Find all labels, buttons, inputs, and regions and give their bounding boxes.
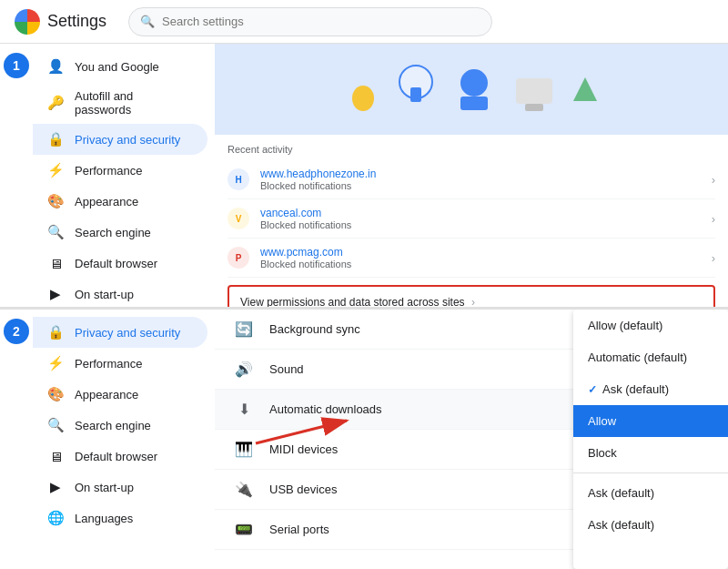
activity-text: www.pcmag.com Blocked notifications — [260, 246, 712, 269]
dropdown-item-label: Automatic (default) — [588, 351, 687, 364]
sidebar-item-autofill[interactable]: 🔑 Autofill and passwords — [33, 82, 207, 124]
illustration-icon2 — [396, 62, 437, 117]
content1: Recent activity H www.headphonezone.in B… — [215, 44, 728, 307]
header: Settings 🔍 — [0, 0, 728, 44]
privacy-icon: 🔒 — [47, 131, 64, 147]
dropdown-item-label: Ask (default) — [588, 518, 654, 532]
usb-icon: 🔌 — [233, 481, 255, 498]
sidebar-item-label: Performance — [75, 357, 142, 371]
sidebar-item-label: Performance — [75, 164, 142, 178]
sidebar-item-you-google[interactable]: 👤 You and Google — [33, 51, 207, 82]
sidebar-item-label: Privacy and security — [75, 133, 180, 147]
startup-icon: ▶ — [47, 286, 64, 302]
activity-desc: Blocked notifications — [260, 219, 712, 230]
dropdown-panel: Allow (default) Automatic (default) ✓ As… — [573, 310, 728, 569]
activity-url: www.pcmag.com — [260, 246, 712, 259]
search-bar: 🔍 — [128, 7, 492, 36]
header-title: Settings — [47, 12, 106, 31]
activity-arrow-icon: › — [712, 251, 715, 265]
sound-icon: 🔊 — [233, 361, 255, 378]
step2-row: 2 🔒 Privacy and security ⚡ Performance 🎨… — [0, 308, 728, 569]
sidebar-item-startup[interactable]: ▶ On start-up — [33, 279, 207, 307]
sidebar-item-label: Default browser — [75, 257, 157, 270]
check-icon: ✓ — [588, 383, 597, 396]
step1-label-area: 1 — [0, 44, 33, 307]
illustration-icon1 — [345, 66, 381, 112]
header-logo: Settings — [15, 9, 106, 35]
dropdown-item-ask-default3[interactable]: Ask (default) — [573, 509, 728, 541]
sidebar2-item-appearance[interactable]: 🎨 Appearance — [33, 379, 207, 410]
view-permissions-button[interactable]: View permissions and data stored across … — [228, 285, 715, 307]
svg-point-3 — [460, 69, 488, 97]
activity-icon-p: P — [228, 247, 249, 269]
activity-item-pcmag[interactable]: P www.pcmag.com Blocked notifications › — [228, 239, 715, 278]
dropdown-item-label: Ask (default) — [588, 486, 654, 500]
dropdown-item-label: Block — [588, 446, 617, 460]
svg-marker-7 — [573, 77, 597, 101]
sidebar-item-label: Privacy and security — [75, 326, 180, 340]
dropdown-item-ask-default2[interactable]: Ask (default) — [573, 477, 728, 509]
sidebar2: 🔒 Privacy and security ⚡ Performance 🎨 A… — [33, 310, 215, 569]
sidebar-item-default-browser[interactable]: 🖥 Default browser — [33, 248, 207, 279]
dropdown-item-block[interactable]: Block — [573, 437, 728, 469]
step1-label: 1 — [4, 53, 29, 78]
content2: 🔄 Background sync 🔊 Sound ⬇ Automatic do… — [215, 310, 728, 569]
serial-icon: 📟 — [233, 521, 255, 538]
sidebar-item-label: You and Google — [75, 60, 159, 74]
sidebar-item-performance[interactable]: ⚡ Performance — [33, 155, 207, 186]
bgsync-icon: 🔄 — [233, 320, 255, 338]
startup2-icon: ▶ — [47, 479, 64, 495]
activity-icon-h: H — [228, 168, 249, 190]
view-permissions-label: View permissions and data stored across … — [240, 296, 471, 307]
illustration-icon5 — [571, 76, 599, 103]
activity-url: vanceal.com — [260, 207, 712, 219]
activity-item-headphone[interactable]: H www.headphonezone.in Blocked notificat… — [228, 160, 715, 199]
sidebar-item-label: On start-up — [75, 481, 134, 494]
chrome-icon — [15, 9, 40, 35]
sidebar2-item-search[interactable]: 🔍 Search engine — [33, 410, 207, 441]
svg-rect-2 — [410, 87, 421, 102]
activity-desc: Blocked notifications — [260, 180, 712, 191]
dropdown-item-label: Ask (default) — [602, 382, 669, 396]
sidebar2-item-privacy[interactable]: 🔒 Privacy and security — [33, 317, 207, 348]
sidebar-item-label: On start-up — [75, 288, 134, 301]
step1-row: 1 👤 You and Google 🔑 Autofill and passwo… — [0, 44, 728, 308]
illustration-icon3 — [451, 65, 497, 115]
search-engine-icon: 🔍 — [47, 224, 64, 240]
illustration-area — [215, 44, 728, 135]
dropdown-item-allow[interactable]: Allow — [573, 405, 728, 437]
sidebar-item-privacy[interactable]: 🔒 Privacy and security — [33, 124, 207, 155]
performance-icon: ⚡ — [47, 162, 64, 178]
step2-label: 2 — [4, 319, 29, 344]
illustration-icon4 — [511, 65, 557, 115]
sidebar2-item-languages[interactable]: 🌐 Languages — [33, 503, 207, 533]
sidebar2-item-startup[interactable]: ▶ On start-up — [33, 472, 207, 503]
appearance2-icon: 🎨 — [47, 386, 64, 402]
sidebar-item-appearance[interactable]: 🎨 Appearance — [33, 186, 207, 217]
languages2-icon: 🌐 — [47, 510, 64, 526]
default-browser-icon: 🖥 — [47, 255, 64, 271]
sidebar-item-label: Default browser — [75, 450, 157, 463]
dropdown-item-allow-default[interactable]: Allow (default) — [573, 310, 728, 341]
sidebar-item-label: Appearance — [75, 388, 138, 401]
default2-icon: 🖥 — [47, 448, 64, 464]
sidebar-item-search-engine[interactable]: 🔍 Search engine — [33, 217, 207, 248]
dropdown-divider — [573, 472, 728, 473]
dropdown-item-ask-default[interactable]: ✓ Ask (default) — [573, 373, 728, 405]
svg-rect-6 — [525, 104, 543, 111]
you-google-icon: 👤 — [47, 58, 64, 75]
activity-item-vanceal[interactable]: V vanceal.com Blocked notifications › — [228, 199, 715, 239]
sidebar-item-label: Languages — [75, 512, 133, 525]
search-input[interactable] — [162, 15, 480, 28]
sidebar-item-label: Search engine — [75, 226, 151, 239]
svg-rect-5 — [516, 78, 552, 104]
privacy2-icon: 🔒 — [47, 324, 64, 340]
activity-icon-v: V — [228, 208, 249, 229]
sidebar2-item-default-browser[interactable]: 🖥 Default browser — [33, 441, 207, 472]
activity-text: www.headphonezone.in Blocked notificatio… — [260, 168, 712, 191]
appearance-icon: 🎨 — [47, 193, 64, 209]
sidebar-item-label: Search engine — [75, 419, 151, 432]
auto-downloads-icon: ⬇ — [233, 401, 255, 418]
sidebar2-item-performance[interactable]: ⚡ Performance — [33, 348, 207, 379]
dropdown-item-automatic-default[interactable]: Automatic (default) — [573, 341, 728, 373]
